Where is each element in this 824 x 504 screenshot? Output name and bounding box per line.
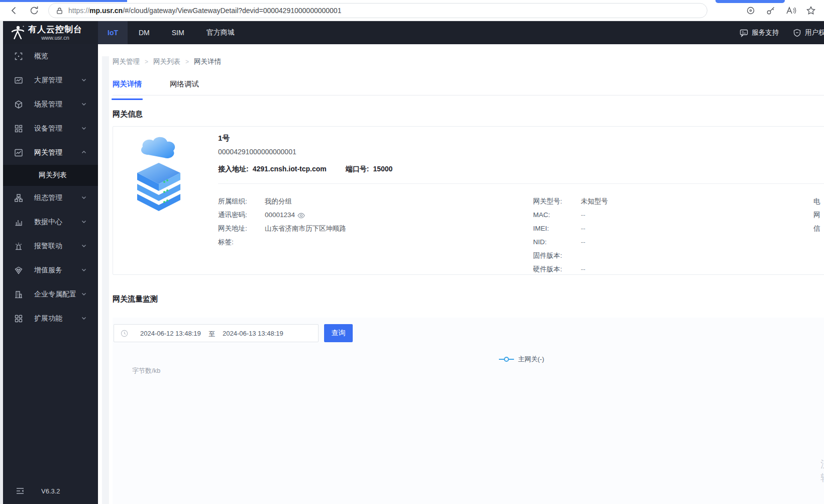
sidebar-item-alarm-linkage[interactable]: 报警联动 bbox=[3, 234, 98, 258]
chevron-down-icon bbox=[81, 314, 87, 323]
browser-refresh-button[interactable] bbox=[28, 5, 40, 17]
bar-chart-icon bbox=[14, 218, 23, 227]
browser-actions bbox=[745, 5, 817, 17]
sidebar-item-extensions[interactable]: 扩展功能 bbox=[3, 307, 98, 331]
gateway-info-card: 1号 00004291000000000001 接入地址: 4291.cnsh.… bbox=[113, 126, 824, 275]
content-gutter bbox=[102, 56, 109, 504]
floating-side-tab[interactable]: 流 转 bbox=[820, 457, 824, 484]
query-button[interactable]: 查询 bbox=[324, 324, 353, 342]
vip-gem-icon bbox=[14, 266, 23, 275]
collapse-sidebar-icon[interactable] bbox=[15, 486, 25, 496]
browser-chrome: https://mp.usr.cn/#/cloud/gateway/ViewGa… bbox=[0, 0, 824, 21]
overview-icon bbox=[14, 52, 23, 61]
detail-tabbar: 网关详情 网络调试 bbox=[113, 75, 824, 95]
sidebar-item-device-mgmt[interactable]: 设备管理 bbox=[3, 117, 98, 141]
breadcrumb-separator: > bbox=[185, 58, 189, 65]
read-aloud-icon[interactable] bbox=[785, 5, 797, 17]
access-addr-value: 4291.cnsh.iot-tcp.com bbox=[253, 165, 327, 174]
browser-address-bar[interactable]: https://mp.usr.cn/#/cloud/gateway/ViewGa… bbox=[48, 3, 707, 18]
breadcrumb-gateway-list[interactable]: 网关列表 bbox=[153, 57, 180, 66]
sidebar-item-gateway-mgmt[interactable]: 网关管理 bbox=[3, 141, 98, 165]
top-nav-iot[interactable]: IoT bbox=[98, 21, 128, 44]
service-support[interactable]: 服务支持 bbox=[740, 28, 779, 37]
top-nav: IoT DM SIM 官方商城 bbox=[98, 21, 246, 44]
gateway-access-row: 接入地址: 4291.cnsh.iot-tcp.com 端口号: 15000 bbox=[218, 165, 392, 174]
date-range-picker[interactable]: 2024-06-12 13:48:19 至 2024-06-13 13:48:1… bbox=[114, 324, 319, 342]
favorite-star-icon[interactable] bbox=[805, 5, 817, 17]
screen: https://mp.usr.cn/#/cloud/gateway/ViewGa… bbox=[0, 0, 824, 504]
app-version: V6.3.2 bbox=[41, 487, 60, 495]
tab-gateway-detail[interactable]: 网关详情 bbox=[113, 79, 142, 95]
chevron-down-icon bbox=[81, 100, 87, 109]
url-text: https://mp.usr.cn/#/cloud/gateway/ViewGa… bbox=[68, 7, 341, 15]
top-nav-sim[interactable]: SIM bbox=[161, 21, 195, 44]
gateway-device-id: 00004291000000000001 bbox=[218, 148, 296, 156]
sidebar-item-value-added-services[interactable]: 增值服务 bbox=[3, 258, 98, 282]
browser-back-button[interactable] bbox=[8, 5, 20, 17]
location-icon[interactable] bbox=[745, 5, 757, 17]
tab-network-debug[interactable]: 网络调试 bbox=[170, 79, 199, 95]
detail-imei: IMEI: -- bbox=[533, 224, 549, 233]
detail-hardware-version: 硬件版本: -- bbox=[533, 265, 562, 274]
sidebar-item-overview[interactable]: 概览 bbox=[3, 44, 98, 68]
alarm-siren-icon bbox=[14, 242, 23, 251]
breadcrumb-gateway-mgmt[interactable]: 网关管理 bbox=[113, 57, 140, 66]
password-key-icon[interactable] bbox=[765, 5, 777, 17]
top-nav-mall[interactable]: 官方商城 bbox=[195, 21, 246, 44]
detail-clipped-battery: 电 bbox=[813, 197, 820, 206]
chart-legend[interactable]: 主网关(-) bbox=[499, 355, 544, 364]
card-divider bbox=[218, 183, 824, 184]
topology-icon bbox=[14, 193, 23, 203]
legend-label: 主网关(-) bbox=[518, 355, 544, 364]
device-grid-icon bbox=[14, 124, 23, 133]
chevron-down-icon bbox=[81, 242, 87, 251]
sidebar-item-enterprise-config[interactable]: 企业专属配置 bbox=[3, 282, 98, 307]
detail-mac: MAC: -- bbox=[533, 211, 550, 220]
apps-grid-icon bbox=[14, 314, 23, 323]
sidebar-item-gateway-list[interactable]: 网关列表 bbox=[3, 165, 98, 186]
date-start-value[interactable]: 2024-06-12 13:48:19 bbox=[140, 330, 201, 337]
app-title: 有人云控制台 bbox=[28, 25, 82, 35]
main-content: 网关管理 > 网关列表 > 网关详情 网关详情 网络调试 网关信息 bbox=[98, 44, 824, 504]
chart-y-axis-label: 字节数/kb bbox=[132, 366, 160, 375]
shield-icon bbox=[793, 29, 801, 37]
port-label: 端口号: bbox=[346, 165, 369, 174]
scene-hexagon-icon bbox=[14, 100, 23, 109]
detail-firmware-version: 固件版本: bbox=[533, 251, 562, 260]
chevron-down-icon bbox=[81, 218, 87, 227]
app-subtitle: www.usr.cn bbox=[41, 35, 69, 41]
brand-logo[interactable]: 有人云控制台 www.usr.cn bbox=[3, 21, 98, 44]
detail-clipped-network: 网 bbox=[813, 211, 820, 220]
usr-logo-icon bbox=[10, 25, 25, 41]
breadcrumb-gateway-detail: 网关详情 bbox=[194, 57, 221, 66]
eye-icon[interactable] bbox=[297, 212, 305, 221]
access-addr-label: 接入地址: bbox=[218, 165, 249, 174]
header-right: 服务支持 用户权限 bbox=[740, 21, 824, 44]
chevron-up-icon bbox=[81, 148, 87, 157]
sidebar-item-screen-mgmt[interactable]: 大屏管理 bbox=[3, 68, 98, 92]
gateway-chart-icon bbox=[14, 148, 23, 157]
line-series-marker-icon bbox=[499, 357, 514, 362]
clock-icon bbox=[121, 330, 128, 339]
chevron-down-icon bbox=[81, 266, 87, 275]
port-value: 15000 bbox=[373, 165, 392, 174]
user-rights[interactable]: 用户权限 bbox=[793, 28, 824, 37]
traffic-section-title: 网关流量监测 bbox=[113, 294, 158, 304]
sidebar-item-scene-mgmt[interactable]: 场景管理 bbox=[3, 92, 98, 117]
browser-tab-strip-right bbox=[715, 0, 785, 3]
traffic-chart-panel bbox=[113, 318, 824, 504]
chevron-down-icon bbox=[81, 193, 87, 203]
sidebar-item-configuration-mgmt[interactable]: 组态管理 bbox=[3, 186, 98, 210]
chevron-down-icon bbox=[81, 290, 87, 299]
date-end-value[interactable]: 2024-06-13 13:48:19 bbox=[223, 330, 283, 337]
top-nav-dm[interactable]: DM bbox=[128, 21, 161, 44]
gateway-name: 1号 bbox=[218, 134, 230, 143]
window-edge bbox=[0, 21, 3, 504]
detail-nid: NID: -- bbox=[533, 238, 547, 247]
detail-comm-password: 通讯密码: 00001234 bbox=[218, 211, 247, 220]
chat-bubble-icon bbox=[740, 29, 748, 37]
chevron-down-icon bbox=[81, 124, 87, 133]
sidebar-item-data-center[interactable]: 数据中心 bbox=[3, 210, 98, 234]
breadcrumb-separator: > bbox=[145, 58, 148, 65]
detail-gateway-address: 网关地址: 山东省济南市历下区坤顺路 bbox=[218, 224, 247, 233]
